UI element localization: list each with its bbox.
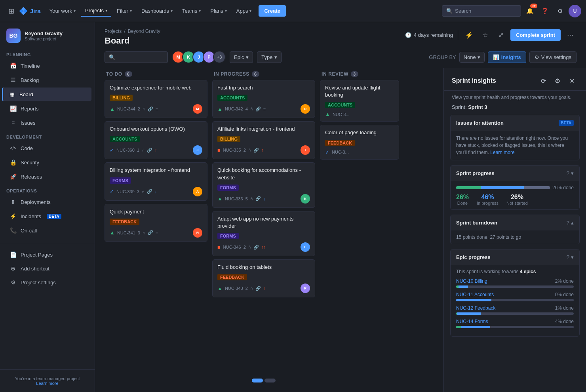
complete-sprint-button[interactable]: Complete sprint [510,29,561,41]
issue-type-icon: ▲ [110,230,115,236]
user-avatar[interactable]: U [569,5,581,17]
card-nuc-339[interactable]: Billing system integration - frontend FO… [105,162,207,200]
more-options-button[interactable]: ⋯ [564,29,576,41]
backlog-icon: ☰ [10,76,17,84]
nav-dashboards[interactable]: Dashboards ▾ [137,6,177,16]
sidebar-item-backlog[interactable]: ☰ Backlog [3,73,91,87]
lightning-button[interactable]: ⚡ [463,29,476,41]
pages-icon: 📄 [10,251,17,258]
create-button[interactable]: Create [259,5,285,17]
card-avatar: P [301,284,310,293]
topnav: ⊞ Jira Your work ▾ Projects ▾ Filter ▾ D… [0,0,586,22]
sidebar-item-releases[interactable]: 🚀 Releases [3,170,91,183]
card-meta: ▲ NUC-336 5 ⑃ 🔗 ↓ K [217,194,310,204]
card-nuc-344[interactable]: Optimize experience for mobile web BILLI… [105,80,207,118]
help-button[interactable]: ❓ [538,5,551,17]
epic-link[interactable]: NUC-14 Forms [456,319,488,324]
sidebar-item-security[interactable]: 🔒 Security [3,156,91,169]
sidebar-item-incidents[interactable]: ⚡ Incidents BETA [3,209,91,223]
breadcrumb-beyond-gravity[interactable]: Beyond Gravity [128,29,160,34]
epic-link[interactable]: NUC-11 Accounts [456,292,494,297]
issues-icon: ≡ [10,119,17,126]
card-meta: ▲ NUC-343 2 ⑃ 🔗 ↑ P [217,284,310,293]
refresh-icon[interactable]: ⟳ [537,74,550,87]
card-avatar: M [193,104,202,114]
chevron-down-icon[interactable]: ▾ [571,254,574,260]
epic-billing: NUC-10 Billing 2% done [456,278,574,288]
settings-icon[interactable]: ⚙ [551,74,564,87]
footer-learn-more[interactable]: Learn more [36,381,58,386]
group-by-selector[interactable]: None ▾ [459,52,485,63]
help-icon[interactable]: ? [567,170,569,176]
sidebar-item-timeline[interactable]: 📅 Timeline [3,59,91,72]
clock-icon: 🕐 [405,32,411,38]
apps-grid-icon[interactable]: ⊞ [5,5,17,17]
breadcrumb-projects[interactable]: Projects [105,29,122,34]
epic-accounts: NUC-11 Accounts 0% done [456,292,574,301]
nav-teams[interactable]: Teams ▾ [178,6,205,16]
card-nuc-341[interactable]: Quick payment FEEDBACK ▲ NUC-341 3 ⑃ 🔗 ≡… [105,204,207,242]
sidebar-item-issues[interactable]: ≡ Issues [3,116,91,129]
help-icon[interactable]: ? [567,254,569,260]
epic-feedback: NUC-12 Feedback 1% done [456,305,574,315]
card-tag: FEEDBACK [325,140,355,146]
card-inreview-1[interactable]: Revise and update flight booking ACCOUNT… [320,80,399,122]
sidebar-item-board[interactable]: ▦ Board [2,88,91,101]
sidebar-item-deployments[interactable]: ⬆ Deployments [3,195,91,209]
sidebar-item-project-settings[interactable]: ⚙ Project settings [3,276,91,289]
avatar-more[interactable]: +3 [213,51,226,63]
chevron-up-icon[interactable]: ▴ [571,220,574,226]
close-icon[interactable]: ✕ [565,74,578,87]
chevron-down-icon[interactable]: ▾ [571,170,574,176]
card-nuc-335[interactable]: Affiliate links integration - frontend B… [212,121,315,159]
nav-your-work[interactable]: Your work ▾ [46,6,80,16]
epic-link[interactable]: NUC-10 Billing [456,278,487,284]
search-box[interactable]: 🔍 Search [442,5,521,17]
star-button[interactable]: ☆ [479,29,491,41]
scroll-dot-inactive [264,379,276,382]
attention-body: There are no issues for attention right … [451,131,579,160]
nav-apps[interactable]: Apps ▾ [232,6,256,16]
expand-button[interactable]: ⤢ [495,29,507,41]
incidents-icon: ⚡ [10,213,17,220]
project-type: Software project [25,36,63,41]
sidebar-item-oncall[interactable]: 📞 On-call [3,224,91,237]
chevron-down-icon: ▾ [171,9,173,13]
issue-type-icon: ✓ [110,188,114,194]
learn-more-link[interactable]: Learn more [490,150,514,155]
epic-item-header: NUC-12 Feedback 1% done [456,305,574,311]
sidebar-item-add-shortcut[interactable]: ⊕ Add shortcut [3,262,91,275]
settings-button[interactable]: ⚙ [554,5,566,17]
issue-type-icon: ✓ [325,149,329,155]
jira-logo[interactable]: Jira [19,7,41,15]
epic-link[interactable]: NUC-12 Feedback [456,305,495,311]
settings-icon: ⚙ [535,54,539,60]
insights-button[interactable]: 📊 Insights [488,51,526,63]
operations-label: OPERATIONS [0,184,95,195]
view-settings-button[interactable]: ⚙ View settings [529,51,576,63]
board-search-input[interactable]: 🔍 [105,51,168,63]
nav-filter[interactable]: Filter ▾ [113,6,136,16]
attention-text: There are no issues for attention right … [456,135,574,156]
board-actions: 🕐 4 days remaining ⚡ ☆ ⤢ Complete sprint… [405,29,576,41]
card-meta: ✓ NUC-360 1 ⑃ 🔗 ↑ J [110,145,202,155]
card-nuc-336[interactable]: Quick booking for accommodations - websi… [212,162,315,207]
help-icon[interactable]: ? [567,220,569,226]
epic-filter-button[interactable]: Epic ▾ [230,51,253,63]
card-inreview-2[interactable]: Color of pages loading FEEDBACK ✓ NUC-3.… [320,125,399,159]
card-nuc-343[interactable]: Fluid booking on tablets FEEDBACK ▲ NUC-… [212,259,315,297]
nav-plans[interactable]: Plans ▾ [206,6,231,16]
sidebar-item-project-pages[interactable]: 📄 Project Pages [3,248,91,261]
card-nuc-342[interactable]: Fast trip search ACCOUNTS ▲ NUC-342 4 ⑃ … [212,80,315,118]
card-nuc-346[interactable]: Adapt web app no new payments provider F… [212,211,315,256]
link-icon: 🔗 [148,107,153,112]
sidebar-item-reports[interactable]: 📈 Reports [3,102,91,115]
settings-gear-icon: ⚙ [10,279,17,286]
card-nuc-360[interactable]: Onboard workout options (OWO) ACCOUNTS ✓… [105,121,207,159]
priority-low-icon: ↓ [155,189,157,194]
type-filter-button[interactable]: Type ▾ [257,51,282,63]
breadcrumb: Projects / Beyond Gravity [105,29,160,34]
nav-projects[interactable]: Projects ▾ [81,5,111,17]
chevron-down-icon: ▾ [199,9,201,13]
sidebar-item-code[interactable]: </> Code [3,141,91,155]
